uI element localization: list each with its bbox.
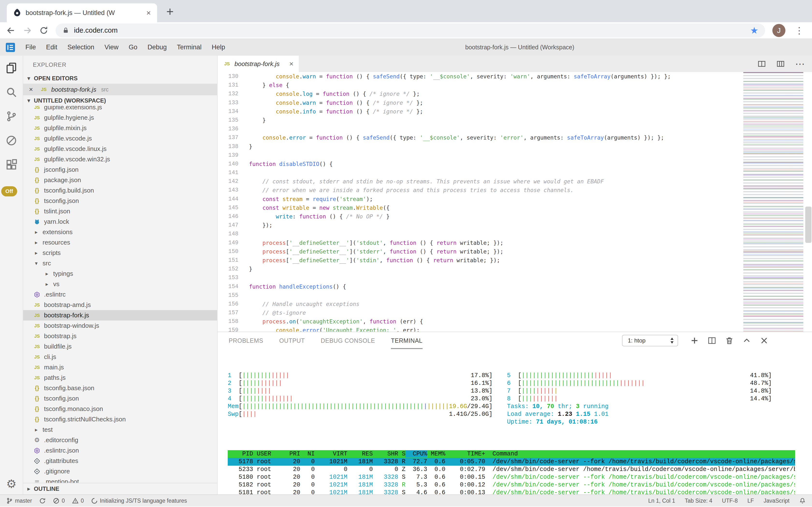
url-bar[interactable]: ide.coder.com ★	[56, 23, 765, 38]
explorer-icon[interactable]	[5, 62, 17, 74]
status-branch[interactable]: master	[6, 498, 32, 504]
tab-close-icon[interactable]: ×	[289, 60, 294, 68]
bookmark-star-icon[interactable]: ★	[750, 25, 758, 36]
tree-item-tsconfig-strictnullchecks-json[interactable]: {}tsconfig.strictNullChecks.json	[23, 414, 217, 425]
split-terminal-icon[interactable]	[707, 336, 716, 345]
tree-item-bootstrap-amd-js[interactable]: JSbootstrap-amd.js	[23, 300, 217, 310]
panel-tab-debug-console[interactable]: DEBUG CONSOLE	[321, 332, 375, 349]
panel-tab-terminal[interactable]: TERMINAL	[391, 332, 422, 349]
back-icon[interactable]	[6, 26, 15, 35]
new-tab-button[interactable]: +	[166, 4, 174, 19]
tree-item-jsconfig-json[interactable]: {}jsconfig.json	[23, 165, 217, 175]
status-tab-size-4[interactable]: Tab Size: 4	[685, 498, 712, 504]
tree-item--gitattributes[interactable]: .gitattributes	[23, 456, 217, 466]
tree-item-tsconfig-json[interactable]: {}tsconfig.json	[23, 196, 217, 206]
tree-item-package-json[interactable]: {}package.json	[23, 175, 217, 185]
layout-editor-icon[interactable]	[776, 59, 785, 68]
status-error[interactable]: 0	[53, 498, 65, 504]
tree-folder-extensions[interactable]: ▸extensions	[23, 227, 217, 237]
kill-terminal-icon[interactable]	[725, 336, 734, 345]
source-control-icon[interactable]	[5, 110, 17, 122]
minimap[interactable]	[743, 72, 803, 332]
status-spinner[interactable]: Initializing JS/TS language features	[91, 498, 187, 504]
panel-tab-output[interactable]: OUTPUT	[279, 332, 305, 349]
htop-process-row[interactable]: 5182 root 20 0 1021M 181M 3328 R 5.3 0.6…	[228, 481, 795, 489]
tree-item--eslintrc-json[interactable]: .eslintrc.json	[23, 445, 217, 456]
tree-item-cli-js[interactable]: JScli.js	[23, 352, 217, 362]
tree-item-bootstrap-js[interactable]: JSbootstrap.js	[23, 331, 217, 341]
tree-item-gulpfile-hygiene-js[interactable]: JSgulpfile.hygiene.js	[23, 112, 217, 123]
maximize-panel-icon[interactable]	[742, 336, 751, 345]
tree-item-gulpfile-vscode-js[interactable]: JSgulpfile.vscode.js	[23, 133, 217, 144]
menu-go[interactable]: Go	[124, 44, 142, 51]
url-text[interactable]: ide.coder.com	[74, 26, 745, 34]
status-bell[interactable]	[799, 498, 806, 504]
off-badge[interactable]: Off	[1, 186, 17, 196]
tree-folder-vs[interactable]: ▸vs	[23, 279, 217, 289]
tree-item-gulpfile-mixin-js[interactable]: JSgulpfile.mixin.js	[23, 123, 217, 133]
tree-item--mention-bot[interactable]: .mention-bot	[23, 476, 217, 483]
browser-tab[interactable]: bootstrap-fork.js — Untitled (W ×	[7, 3, 157, 22]
tree-item-gulpfile-extensions-js[interactable]: JSgulpfile.extensions.js	[23, 106, 217, 112]
tree-folder-typings[interactable]: ▸typings	[23, 269, 217, 279]
menu-file[interactable]: File	[20, 44, 41, 51]
panel-tab-problems[interactable]: PROBLEMS	[229, 332, 263, 349]
tree-item-tslint-json[interactable]: {}tslint.json	[23, 206, 217, 217]
tree-item-tsconfig-build-json[interactable]: {}tsconfig.build.json	[23, 185, 217, 196]
menu-edit[interactable]: Edit	[41, 44, 63, 51]
tree-folder-scripts[interactable]: ▸scripts	[23, 248, 217, 258]
menu-help[interactable]: Help	[207, 44, 230, 51]
status-javascript[interactable]: JavaScript	[764, 498, 790, 504]
tree-folder-src[interactable]: ▾src	[23, 258, 217, 269]
browser-tab-close-icon[interactable]: ×	[146, 8, 151, 17]
tree-item-yarn-lock[interactable]: yarn.lock	[23, 217, 217, 227]
tree-item-gulpfile-vscode-win32-js[interactable]: JSgulpfile.vscode.win32.js	[23, 154, 217, 165]
reload-icon[interactable]	[39, 26, 48, 35]
tree-item-gulpfile-vscode-linux-js[interactable]: JSgulpfile.vscode.linux.js	[23, 144, 217, 154]
tree-item-tsconfig-base-json[interactable]: {}tsconfig.base.json	[23, 383, 217, 393]
tree-item-paths-js[interactable]: JSpaths.js	[23, 373, 217, 383]
debug-off-icon[interactable]	[5, 134, 17, 147]
avatar[interactable]: J	[772, 24, 786, 37]
outline-section[interactable]: ▸ OUTLINE	[23, 483, 217, 494]
open-editor-item[interactable]: × JS bootstrap-fork.js src	[23, 84, 217, 95]
search-icon[interactable]	[5, 86, 17, 98]
editor-scrollbar[interactable]	[805, 207, 812, 243]
tree-item-bootstrap-window-js[interactable]: JSbootstrap-window.js	[23, 321, 217, 331]
tree-item-tsconfig-monaco-json[interactable]: {}tsconfig.monaco.json	[23, 404, 217, 414]
htop-process-row[interactable]: 5233 root 20 0 0 0 0 Z 36.3 0.0 0:02.79 …	[228, 466, 795, 473]
forward-icon[interactable]	[23, 26, 32, 35]
htop-process-row[interactable]: 5180 root 20 0 1021M 181M 3328 S 7.3 0.6…	[228, 473, 795, 481]
settings-gear-icon[interactable]: ⚙	[6, 477, 16, 491]
menu-view[interactable]: View	[99, 44, 124, 51]
terminal-select[interactable]: 1: htop	[622, 335, 678, 346]
tree-item--editorconfig[interactable]: ⚙.editorconfig	[23, 435, 217, 445]
terminal[interactable]: 1 [||||||||||||| 17.8%]2 [||||||||||| 16…	[217, 349, 812, 494]
tree-item-buildfile-js[interactable]: JSbuildfile.js	[23, 341, 217, 352]
tree-item--eslintrc[interactable]: .eslintrc	[23, 289, 217, 300]
split-editor-icon[interactable]	[757, 59, 766, 68]
status-sync[interactable]	[39, 498, 46, 504]
status-lf[interactable]: LF	[747, 498, 754, 504]
workspace-header[interactable]: ▾ UNTITLED (WORKSPACE)	[23, 95, 217, 106]
close-panel-icon[interactable]	[760, 336, 768, 345]
new-terminal-icon[interactable]	[690, 336, 699, 345]
more-actions-icon[interactable]: ⋯	[795, 59, 805, 68]
browser-menu-icon[interactable]: ⋮	[793, 25, 806, 36]
status-warning[interactable]: 0	[72, 498, 84, 504]
close-icon[interactable]: ×	[29, 86, 36, 93]
status-utf-8[interactable]: UTF-8	[722, 498, 738, 504]
tree-item-main-js[interactable]: JSmain.js	[23, 362, 217, 373]
tree-folder-resources[interactable]: ▸resources	[23, 237, 217, 248]
htop-process-row[interactable]: 5181 root 20 0 1021M 181M 3328 S 4.6 0.6…	[228, 489, 795, 494]
code-editor[interactable]: 1301311321331341351361371381391401411421…	[217, 72, 812, 332]
tree-folder-test[interactable]: ▸test	[23, 425, 217, 435]
htop-process-row[interactable]: 5178 root 20 0 1021M 181M 3328 R 72.7 0.…	[228, 458, 795, 466]
menu-selection[interactable]: Selection	[62, 44, 99, 51]
editor-tab[interactable]: JS bootstrap-fork.js ×	[217, 56, 299, 72]
menu-terminal[interactable]: Terminal	[172, 44, 207, 51]
extensions-icon[interactable]	[5, 159, 17, 171]
status-ln-1-col-1[interactable]: Ln 1, Col 1	[648, 498, 675, 504]
tree-item-bootstrap-fork-js[interactable]: JSbootstrap-fork.js	[23, 310, 217, 321]
tree-item--gitignore[interactable]: .gitignore	[23, 466, 217, 476]
